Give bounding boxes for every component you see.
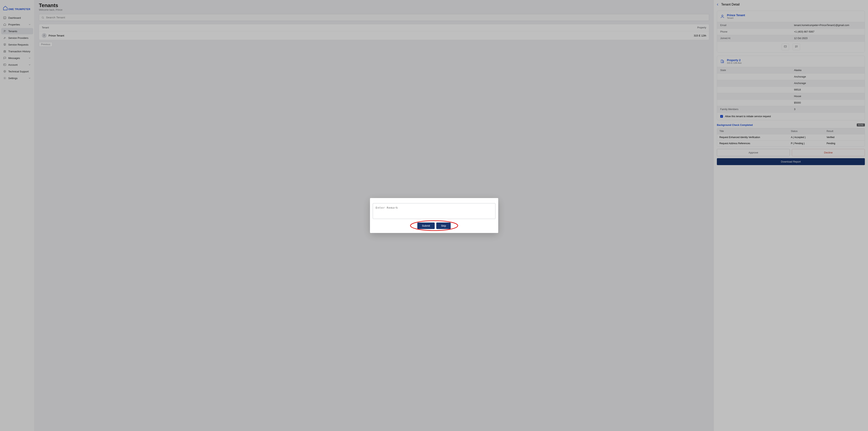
modal-actions: Submit Skip (373, 223, 495, 229)
modal-overlay[interactable]: Submit Skip (0, 0, 868, 431)
remark-input[interactable] (373, 203, 495, 219)
skip-button[interactable]: Skip (436, 223, 451, 229)
submit-button[interactable]: Submit (417, 223, 435, 229)
remark-modal: Submit Skip (370, 198, 498, 233)
